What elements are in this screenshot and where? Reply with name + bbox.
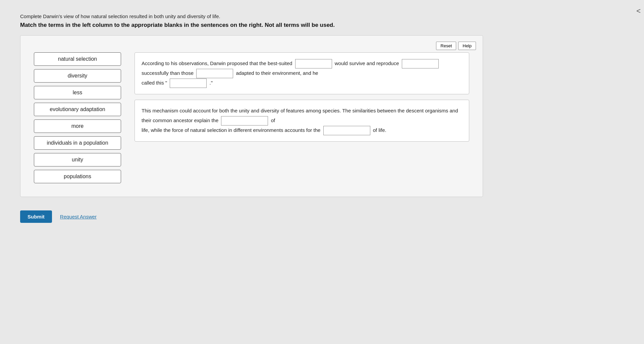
- blank-1-2[interactable]: [402, 59, 439, 68]
- sentence2-text4: of life.: [373, 127, 386, 133]
- terms-column: natural selection diversity less evoluti…: [34, 52, 121, 183]
- blank-2-1[interactable]: [221, 116, 268, 126]
- top-right-buttons: Reset Help: [436, 42, 476, 50]
- term-populations[interactable]: populations: [34, 170, 121, 183]
- sentence1-text6: .": [210, 80, 213, 86]
- term-unity[interactable]: unity: [34, 153, 121, 166]
- term-less[interactable]: less: [34, 86, 121, 99]
- content-area: natural selection diversity less evoluti…: [34, 52, 469, 183]
- sentence1-text4: adapted to their environment, and he: [236, 70, 318, 76]
- blank-1-3[interactable]: [196, 69, 233, 78]
- request-answer-link[interactable]: Request Answer: [60, 214, 97, 219]
- sentence-box-2: This mechanism could account for both th…: [135, 100, 469, 142]
- sentence2-text2: of: [271, 117, 275, 123]
- submit-button[interactable]: Submit: [20, 210, 52, 223]
- blank-2-2[interactable]: [323, 126, 370, 135]
- term-evolutionary-adaptation[interactable]: evolutionary adaptation: [34, 103, 121, 116]
- sentence2-text1: This mechanism could account for both th…: [142, 108, 458, 123]
- page-title: Complete Darwin’s view of how natural se…: [20, 13, 624, 19]
- chevron-right-icon[interactable]: <: [636, 7, 641, 15]
- sentence1-text3: successfully than those: [142, 70, 195, 76]
- sentence1-text2: would survive and reproduce: [335, 60, 400, 66]
- sentence-box-1: According to his observations, Darwin pr…: [135, 52, 469, 94]
- sentence2-text3: life, while the force of natural selecti…: [142, 127, 322, 133]
- term-natural-selection[interactable]: natural selection: [34, 52, 121, 66]
- blank-1-4[interactable]: [170, 79, 207, 88]
- main-container: Reset Help natural selection diversity l…: [20, 35, 483, 197]
- sentence1-text5: called this ": [142, 80, 167, 86]
- blank-1-1[interactable]: [295, 59, 332, 68]
- term-individuals-in-population[interactable]: individuals in a population: [34, 136, 121, 150]
- sentences-column: According to his observations, Darwin pr…: [135, 52, 469, 183]
- sentence1-text1: According to his observations, Darwin pr…: [142, 60, 294, 66]
- term-more[interactable]: more: [34, 119, 121, 133]
- term-diversity[interactable]: diversity: [34, 69, 121, 83]
- reset-button[interactable]: Reset: [436, 42, 456, 50]
- bottom-area: Submit Request Answer: [20, 210, 624, 223]
- page-subtitle: Match the terms in the left column to th…: [20, 22, 624, 29]
- help-button[interactable]: Help: [458, 42, 476, 50]
